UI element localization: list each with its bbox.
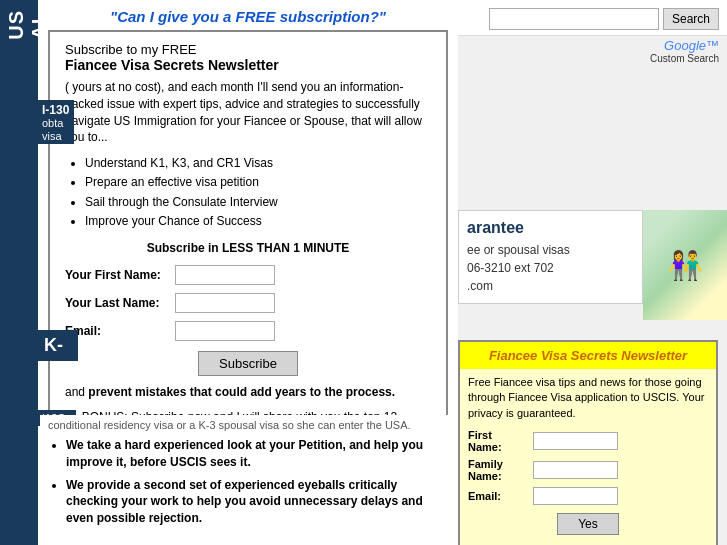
k-label: K- <box>38 330 78 361</box>
wedding-photo: 👫 <box>643 210 727 320</box>
yellow-email-input[interactable] <box>533 487 618 505</box>
bottom-bullet-list: We take a hard experienced look at your … <box>48 437 447 527</box>
bottom-content: conditional residency visa or a K-3 spou… <box>40 415 455 537</box>
right-panel: Search Google™ Custom Search arantee ee … <box>458 0 727 545</box>
bullet-k1: Understand K1, K3, and CR1 Visas <box>85 154 431 173</box>
google-label: Google™ <box>664 38 719 53</box>
yellow-first-name-label: FirstName: <box>468 429 533 453</box>
yellow-family-name-row: FamilyName: <box>468 458 708 482</box>
yellow-newsletter-desc: Free Fiancee visa tips and news for thos… <box>468 375 708 421</box>
email-label: Email: <box>65 324 175 338</box>
first-name-label: Your First Name: <box>65 268 175 282</box>
first-name-row: Your First Name: <box>65 265 431 285</box>
guarantee-details: ee or spousal visas 06-3210 ext 702 .com <box>467 241 634 295</box>
email-input[interactable] <box>175 321 275 341</box>
first-name-input[interactable] <box>175 265 275 285</box>
bullet-success: Improve your Chance of Success <box>85 212 431 231</box>
newsletter-intro: ( yours at no cost), and each month I'll… <box>65 79 431 146</box>
guarantee-line2: 06-3210 ext 702 <box>467 259 634 277</box>
yellow-first-name-row: FirstName: <box>468 429 708 453</box>
yellow-email-row: Email: <box>468 487 708 505</box>
yellow-email-label: Email: <box>468 490 533 502</box>
custom-search-label: Custom Search <box>466 53 719 64</box>
prevent-text: and prevent mistakes that could add year… <box>65 384 431 401</box>
subscribe-button[interactable]: Subscribe <box>198 351 298 376</box>
last-name-input[interactable] <box>175 293 275 313</box>
top-heading: "Can I give you a FREE subscription?" <box>38 0 458 30</box>
guarantee-line1: ee or spousal visas <box>467 241 634 259</box>
subscribe-btn-row: Subscribe <box>65 351 431 376</box>
bottom-bullet-1: We take a hard experienced look at your … <box>66 437 447 471</box>
yellow-family-name-input[interactable] <box>533 461 618 479</box>
guarantee-box: arantee ee or spousal visas 06-3210 ext … <box>458 210 643 304</box>
search-button[interactable]: Search <box>663 8 719 30</box>
guarantee-title-text: arantee <box>467 219 524 236</box>
sidebar: US AI <box>0 0 38 545</box>
bottom-bullet-2: We provide a second set of experienced e… <box>66 477 447 527</box>
yellow-newsletter-body: Free Fiancee visa tips and news for thos… <box>460 369 716 545</box>
newsletter-title: Subscribe to my FREE Fiancee Visa Secret… <box>65 42 431 73</box>
yellow-yes-button[interactable]: Yes <box>557 513 619 535</box>
search-bar: Search <box>458 0 727 36</box>
newsletter-bullet-list: Understand K1, K3, and CR1 Visas Prepare… <box>65 154 431 231</box>
visa-label: visa <box>38 128 74 144</box>
guarantee-line3: .com <box>467 277 634 295</box>
visa-label-text: visa <box>42 130 62 142</box>
yellow-newsletter-header: Fiancee Visa Secrets Newsletter <box>460 342 716 369</box>
google-custom-row: Google™ Custom Search <box>458 36 727 66</box>
subscribe-cta: Subscribe in LESS THAN 1 MINUTE <box>65 241 431 255</box>
newsletter-title-free: Subscribe to my FREE <box>65 42 197 57</box>
bottom-gray-text: conditional residency visa or a K-3 spou… <box>48 419 447 431</box>
search-input[interactable] <box>489 8 659 30</box>
bullet-petition: Prepare an effective visa petition <box>85 173 431 192</box>
last-name-row: Your Last Name: <box>65 293 431 313</box>
last-name-label: Your Last Name: <box>65 296 175 310</box>
bullet-consulate: Sail through the Consulate Interview <box>85 193 431 212</box>
guarantee-title: arantee <box>467 219 634 237</box>
wedding-photo-placeholder: 👫 <box>643 210 727 320</box>
sidebar-label-us: US <box>5 10 27 40</box>
k-label-text: K- <box>44 335 63 355</box>
yellow-newsletter-box: Fiancee Visa Secrets Newsletter Free Fia… <box>458 340 718 545</box>
yellow-first-name-input[interactable] <box>533 432 618 450</box>
newsletter-title-name: Fiancee Visa Secrets Newsletter <box>65 57 279 73</box>
yellow-family-name-label: FamilyName: <box>468 458 533 482</box>
yellow-btn-row: Yes <box>468 513 708 535</box>
email-row: Email: <box>65 321 431 341</box>
